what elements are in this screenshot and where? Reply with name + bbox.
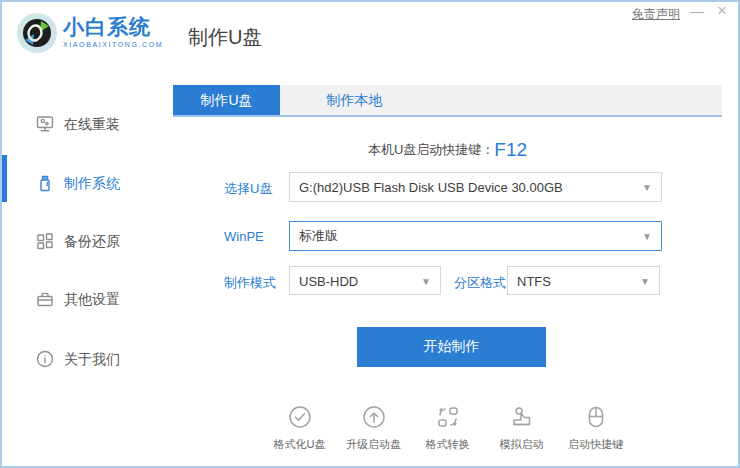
mode-select-label: 制作模式 [224, 274, 276, 292]
winpe-select[interactable]: 标准版 ▼ [289, 221, 662, 251]
usb-icon [35, 173, 55, 193]
partition-select-value: NTFS [517, 273, 551, 288]
sidebar-item-other-settings[interactable]: 其他设置 [2, 288, 173, 312]
usb-select-label: 选择U盘 [224, 180, 272, 198]
grid-icon [35, 231, 55, 251]
partition-select[interactable]: NTFS ▼ [507, 266, 660, 295]
winpe-select-value: 标准版 [299, 227, 338, 245]
usb-select-value: G:(hd2)USB Flash Disk USB Device 30.00GB [299, 180, 563, 195]
mode-select[interactable]: USB-HDD ▼ [289, 266, 441, 295]
start-make-button[interactable]: 开始制作 [357, 327, 546, 367]
tool-upgrade-boot-disk[interactable]: 升级启动盘 [337, 404, 411, 452]
tools-row: 格式化U盘 升级启动盘 格式转换 [173, 404, 722, 452]
sidebar-item-make-system[interactable]: 制作系统 [2, 172, 173, 196]
sidebar-item-label: 关于我们 [64, 351, 120, 369]
chevron-down-icon: ▼ [421, 275, 431, 286]
sidebar-item-about-us[interactable]: 关于我们 [2, 348, 173, 372]
sidebar-item-label: 在线重装 [64, 116, 120, 134]
logo-title: 小白系统 [63, 15, 163, 39]
chevron-down-icon: ▼ [642, 231, 652, 242]
minimize-button[interactable]: — [688, 3, 706, 21]
page-title: 制作U盘 [188, 24, 262, 51]
sidebar-item-label: 备份还原 [64, 233, 120, 251]
chevron-down-icon: ▼ [642, 182, 652, 193]
tool-label: 模拟启动 [485, 437, 559, 452]
app-logo-icon [15, 11, 59, 55]
tool-label: 升级启动盘 [337, 437, 411, 452]
tool-format-usb[interactable]: 格式化U盘 [263, 404, 337, 452]
sidebar-item-label: 其他设置 [64, 291, 120, 309]
check-circle-icon [287, 404, 313, 430]
logo-text: 小白系统 XIAOBAIXITONG.COM [63, 15, 163, 48]
disclaimer-link[interactable]: 免责声明 [632, 6, 680, 23]
tool-simulate-boot[interactable]: 模拟启动 [485, 404, 559, 452]
tool-label: 格式化U盘 [263, 437, 337, 452]
tool-format-convert[interactable]: 格式转换 [411, 404, 485, 452]
arrow-up-circle-icon [361, 404, 387, 430]
sidebar-item-online-reinstall[interactable]: 在线重装 [2, 113, 173, 137]
sidebar-item-backup-restore[interactable]: 备份还原 [2, 230, 173, 254]
tab-strip: 制作U盘 制作本地 [173, 85, 722, 117]
stamp-icon [509, 404, 535, 430]
tool-boot-hotkey[interactable]: 启动快捷键 [559, 404, 633, 452]
winpe-select-label: WinPE [224, 229, 264, 244]
tab-make-local[interactable]: 制作本地 [284, 85, 424, 115]
info-icon [35, 349, 55, 369]
mode-select-value: USB-HDD [299, 273, 358, 288]
chevron-down-icon: ▼ [640, 275, 650, 286]
partition-select-label: 分区格式 [454, 274, 506, 292]
briefcase-icon [35, 289, 55, 309]
monitor-icon [35, 114, 55, 134]
tab-make-usb[interactable]: 制作U盘 [173, 85, 280, 115]
tool-label: 格式转换 [411, 437, 485, 452]
boot-hotkey-label: 本机U盘启动快捷键： [368, 142, 494, 157]
close-button[interactable]: × [712, 3, 732, 21]
mouse-icon [583, 404, 609, 430]
boot-hotkey-value: F12 [494, 139, 527, 160]
logo-subtitle: XIAOBAIXITONG.COM [63, 41, 163, 48]
tool-label: 启动快捷键 [559, 437, 633, 452]
app-window: 免责声明 — × 小白系统 XIAOBAIXITONG.COM 制作U盘 [0, 0, 740, 468]
boot-hotkey-line: 本机U盘启动快捷键：F12 [173, 139, 722, 161]
sidebar-item-label: 制作系统 [64, 175, 120, 193]
convert-icon [435, 404, 461, 430]
usb-select[interactable]: G:(hd2)USB Flash Disk USB Device 30.00GB… [289, 172, 662, 202]
